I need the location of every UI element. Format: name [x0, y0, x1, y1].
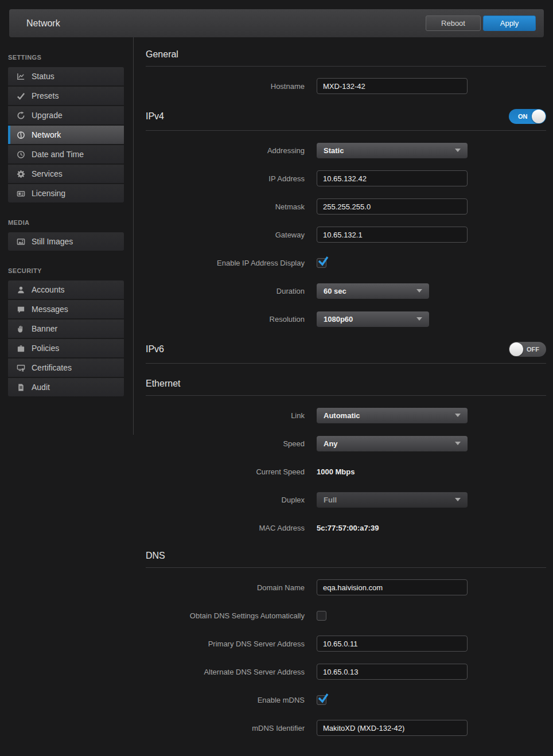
current-speed-label: Current Speed: [146, 467, 305, 476]
toggle-knob: [532, 110, 546, 123]
resolution-value: 1080p60: [324, 315, 353, 324]
section-ethernet-header: Ethernet: [146, 379, 546, 396]
sidebar-section-security: SECURITY: [8, 267, 133, 274]
current-speed-row: Current Speed 1000 Mbps: [146, 463, 546, 480]
hostname-row: Hostname: [146, 78, 546, 94]
sidebar-item-status[interactable]: Status: [8, 67, 124, 85]
mdns-identifier-input[interactable]: [317, 720, 468, 736]
gateway-input[interactable]: [317, 227, 468, 243]
hostname-input[interactable]: [317, 78, 468, 94]
security-nav: Accounts Messages Banner Policies Certif…: [8, 280, 124, 396]
apply-button[interactable]: Apply: [483, 15, 536, 31]
ipv4-toggle[interactable]: ON: [509, 109, 546, 124]
resolution-label: Resolution: [146, 315, 305, 324]
primary-dns-input[interactable]: [317, 636, 468, 652]
globe-icon: [16, 130, 25, 139]
section-ipv4-header: IPv4 ON: [146, 109, 546, 131]
addressing-row: Addressing Static: [146, 142, 546, 158]
domain-name-row: Domain Name: [146, 579, 546, 595]
netmask-label: Netmask: [146, 202, 305, 211]
toggle-knob: [509, 342, 523, 356]
link-value: Automatic: [324, 411, 360, 420]
section-ipv6-header: IPv6 OFF: [146, 342, 546, 364]
alternate-dns-input[interactable]: [317, 664, 468, 680]
mac-address-value: 5c:77:57:00:a7:39: [317, 524, 379, 532]
ip-address-row: IP Address: [146, 170, 546, 186]
domain-name-input[interactable]: [317, 579, 468, 595]
sidebar-item-label: Certificates: [32, 363, 72, 372]
image-icon: [16, 237, 25, 246]
obtain-dns-auto-label: Obtain DNS Settings Automatically: [146, 611, 305, 620]
gear-icon: [16, 169, 25, 178]
certificate-icon: [16, 363, 25, 372]
link-select[interactable]: Automatic: [317, 408, 468, 423]
check-icon: [317, 693, 329, 706]
duplex-select: Full: [317, 492, 468, 508]
ipv6-toggle[interactable]: OFF: [509, 342, 546, 357]
sidebar-item-label: Services: [32, 169, 63, 178]
enable-mdns-label: Enable mDNS: [146, 696, 305, 704]
ip-address-label: IP Address: [146, 174, 305, 183]
sidebar-item-presets[interactable]: Presets: [8, 87, 124, 105]
sidebar-item-label: Network: [32, 130, 61, 139]
sidebar-item-label: Audit: [32, 383, 50, 392]
duplex-label: Duplex: [146, 496, 305, 504]
chevron-down-icon: [416, 317, 422, 321]
mac-address-row: MAC Address 5c:77:57:00:a7:39: [146, 520, 546, 536]
current-speed-value: 1000 Mbps: [317, 467, 355, 476]
license-card-icon: [16, 189, 25, 198]
settings-nav: Status Presets Upgrade Network Date and …: [8, 67, 124, 202]
addressing-select[interactable]: Static: [317, 143, 468, 158]
sidebar-item-still-images[interactable]: Still Images: [8, 232, 124, 251]
speed-select[interactable]: Any: [317, 436, 468, 451]
document-icon: [16, 383, 25, 392]
general-title: General: [146, 49, 178, 60]
obtain-dns-auto-row: Obtain DNS Settings Automatically: [146, 607, 546, 623]
sidebar-item-licensing[interactable]: Licensing: [8, 184, 124, 202]
addressing-value: Static: [324, 146, 344, 155]
ipv4-toggle-label: ON: [518, 109, 528, 124]
sidebar-item-network[interactable]: Network: [8, 126, 124, 144]
sidebar-item-date-and-time[interactable]: Date and Time: [8, 145, 124, 163]
sidebar-item-messages[interactable]: Messages: [8, 300, 124, 318]
mdns-identifier-label: mDNS Identifier: [146, 724, 305, 732]
sidebar-item-label: Status: [32, 72, 54, 81]
chevron-down-icon: [455, 149, 461, 152]
sidebar-item-accounts[interactable]: Accounts: [8, 280, 124, 299]
ipv6-title: IPv6: [146, 344, 164, 354]
ip-address-input[interactable]: [317, 170, 468, 186]
hand-icon: [16, 324, 25, 333]
sidebar-item-policies[interactable]: Policies: [8, 339, 124, 357]
chevron-down-icon: [455, 414, 461, 417]
check-icon: [317, 256, 329, 268]
duration-select[interactable]: 60 sec: [317, 283, 429, 299]
duration-label: Duration: [146, 287, 305, 295]
chevron-down-icon: [455, 498, 461, 501]
speed-label: Speed: [146, 439, 305, 448]
reboot-button[interactable]: Reboot: [426, 15, 481, 31]
primary-dns-row: Primary DNS Server Address: [146, 636, 546, 652]
mac-address-label: MAC Address: [146, 524, 305, 532]
sidebar-item-certificates[interactable]: Certificates: [8, 358, 124, 377]
dns-title: DNS: [146, 551, 165, 561]
sidebar-section-media: MEDIA: [8, 219, 133, 226]
sidebar-item-banner[interactable]: Banner: [8, 319, 124, 338]
chart-icon: [16, 72, 25, 81]
resolution-select[interactable]: 1080p60: [317, 311, 429, 327]
sidebar-item-audit[interactable]: Audit: [8, 378, 124, 396]
person-icon: [16, 285, 25, 294]
enable-ip-display-checkbox[interactable]: [317, 258, 326, 268]
enable-ip-display-label: Enable IP Address Display: [146, 259, 305, 267]
mdns-identifier-row: mDNS Identifier: [146, 720, 546, 736]
netmask-input[interactable]: [317, 198, 468, 215]
enable-mdns-checkbox[interactable]: [317, 695, 326, 705]
alternate-dns-row: Alternate DNS Server Address: [146, 664, 546, 680]
sidebar-item-label: Date and Time: [32, 150, 84, 159]
duration-row: Duration 60 sec: [146, 283, 546, 299]
clock-icon: [16, 150, 25, 159]
sidebar-item-services[interactable]: Services: [8, 165, 124, 183]
obtain-dns-auto-checkbox[interactable]: [317, 611, 326, 621]
sidebar-item-upgrade[interactable]: Upgrade: [8, 106, 124, 124]
hostname-label: Hostname: [146, 82, 305, 91]
speed-value: Any: [324, 439, 338, 448]
